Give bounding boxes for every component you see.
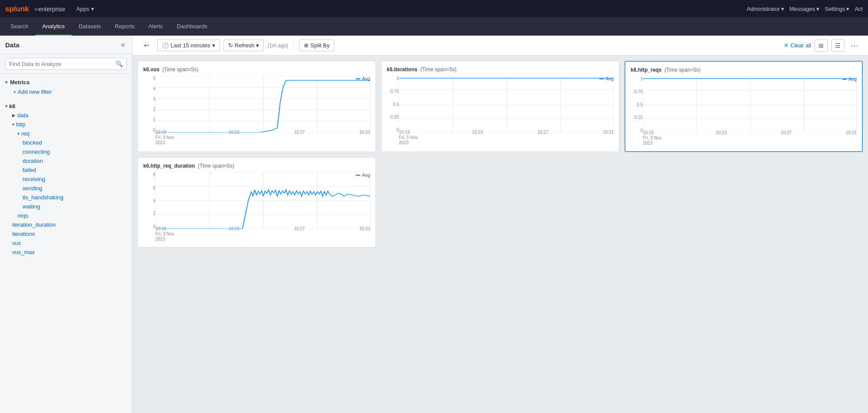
sending-label[interactable]: sending xyxy=(23,185,43,192)
admin-arrow-icon: ▾ xyxy=(781,6,784,12)
tree-item-connecting[interactable]: connecting xyxy=(5,147,127,156)
metrics-label: Metrics xyxy=(10,79,30,86)
tab-analytics[interactable]: Analytics xyxy=(35,17,72,36)
apps-arrow-icon: ▾ xyxy=(91,6,94,12)
messages-menu-button[interactable]: Messages ▾ xyxy=(789,6,819,12)
tree-item-failed[interactable]: failed xyxy=(5,165,127,175)
http-label[interactable]: http xyxy=(16,121,26,128)
tab-datasets[interactable]: Datasets xyxy=(72,17,108,36)
chart-card-vus: k6.vus (Time span=5s) Avg 5 4 3 2 1 0 xyxy=(138,61,376,152)
tls-handshaking-label[interactable]: tls_handshaking xyxy=(23,194,63,201)
svg-text:enterprise: enterprise xyxy=(38,6,65,13)
tab-search[interactable]: Search xyxy=(3,17,35,36)
tree-item-data[interactable]: ▶ data xyxy=(5,111,127,120)
tab-reports[interactable]: Reports xyxy=(108,17,142,36)
more-options-button[interactable]: ⋯ xyxy=(848,40,861,51)
chart-card-http-req-duration: k6.http_req_duration (Time span=5s) Avg … xyxy=(138,157,376,248)
tree-item-iterations[interactable]: iterations xyxy=(5,229,127,238)
tree-item-blocked[interactable]: blocked xyxy=(5,138,127,147)
main-content: ↩ 🕐 Last 15 minutes ▾ ↻ Refresh ▾ (1m ag… xyxy=(132,36,868,413)
top-nav-left: splunk > enterprise Apps ▾ xyxy=(5,4,98,14)
chart-metric-vus: k6.vus xyxy=(143,66,159,73)
vus-max-label[interactable]: vus_max xyxy=(12,249,35,255)
split-by-label: Split By xyxy=(310,42,329,49)
apps-menu-button[interactable]: Apps ▾ xyxy=(73,4,98,14)
waiting-label[interactable]: waiting xyxy=(23,203,40,210)
list-view-button[interactable]: ☰ xyxy=(831,40,845,52)
sidebar-title: Data xyxy=(5,41,20,49)
chart-plot-iterations xyxy=(399,76,614,132)
tree-item-http[interactable]: ▾ http xyxy=(5,120,127,129)
req-label[interactable]: req xyxy=(21,130,30,137)
chart-timespan-http-reqs: (Time span=5s) xyxy=(663,67,701,73)
metrics-header[interactable]: ▾ Metrics xyxy=(5,77,127,87)
tree-item-waiting[interactable]: waiting xyxy=(5,202,127,211)
refresh-icon: ↻ xyxy=(228,42,233,49)
tree-item-vus-max[interactable]: vus_max xyxy=(5,248,127,257)
y-axis-http-req-duration: 8 6 4 2 0 xyxy=(143,172,155,229)
req-chevron-icon: ▾ xyxy=(17,131,20,136)
messages-label: Messages xyxy=(789,6,815,12)
sidebar: Data « 🔍 ▾ Metrics + Add new filter ▾ xyxy=(0,36,132,413)
settings-menu-button[interactable]: Settings ▾ xyxy=(825,6,849,12)
toolbar-right: ✕ Clear all ⊞ ☰ ⋯ xyxy=(784,40,861,52)
find-data-input[interactable] xyxy=(9,61,114,67)
chart-area-vus: Avg 5 4 3 2 1 0 xyxy=(143,76,370,145)
k6-chevron-icon: ▾ xyxy=(5,104,7,109)
tree-item-receiving[interactable]: receiving xyxy=(5,175,127,184)
chart-area-iterations: Avg 1 0.75 0.5 0.25 0 xyxy=(387,76,614,145)
sidebar-header: Data « xyxy=(0,36,132,54)
blocked-label[interactable]: blocked xyxy=(23,139,42,146)
split-by-button[interactable]: ⊕ Split By xyxy=(299,40,334,51)
tree-item-req[interactable]: ▾ req xyxy=(5,129,127,138)
receiving-label[interactable]: receiving xyxy=(23,176,45,182)
y-axis-iterations: 1 0.75 0.5 0.25 0 xyxy=(387,76,399,132)
time-range-button[interactable]: 🕐 Last 15 minutes ▾ xyxy=(157,40,220,51)
chart-grid: k6.vus (Time span=5s) Avg 5 4 3 2 1 0 xyxy=(132,56,868,413)
vus-label[interactable]: vus xyxy=(12,240,21,246)
data-label[interactable]: data xyxy=(17,112,28,119)
settings-label: Settings xyxy=(825,6,845,12)
iteration-duration-label[interactable]: iteration_duration xyxy=(12,221,56,228)
svg-text:>: > xyxy=(34,6,38,13)
add-filter-link[interactable]: + Add new filter xyxy=(5,87,127,96)
toolbar: ↩ 🕐 Last 15 minutes ▾ ↻ Refresh ▾ (1m ag… xyxy=(132,36,868,56)
top-nav-right: Administrator ▾ Messages ▾ Settings ▾ Ac… xyxy=(735,6,863,12)
tree-item-vus[interactable]: vus xyxy=(5,238,127,248)
sidebar-content: ▾ Metrics + Add new filter ▾ k6 ▶ data xyxy=(0,74,132,413)
tree-item-k6[interactable]: ▾ k6 xyxy=(5,102,127,111)
duration-label[interactable]: duration xyxy=(23,158,43,164)
failed-label[interactable]: failed xyxy=(23,167,36,173)
refresh-label: Refresh xyxy=(235,42,255,49)
tree-item-reqs[interactable]: reqs xyxy=(5,211,127,220)
act-label: Act xyxy=(855,6,863,12)
refresh-button[interactable]: ↻ Refresh ▾ xyxy=(224,40,264,51)
clear-icon: ✕ xyxy=(784,42,789,49)
admin-menu-button[interactable]: Administrator ▾ xyxy=(746,6,784,12)
chart-area-http-reqs: Avg 1 0.75 0.5 0.25 0 xyxy=(631,76,857,146)
tree-section: ▾ k6 ▶ data ▾ http ▾ req xyxy=(0,100,132,258)
clock-icon: 🕐 xyxy=(162,42,169,49)
collapse-sidebar-button[interactable]: « xyxy=(119,40,127,50)
tab-dashboards[interactable]: Dashboards xyxy=(170,17,214,36)
tree-item-duration[interactable]: duration xyxy=(5,156,127,165)
status-indicator xyxy=(735,6,741,12)
back-button[interactable]: ↩ xyxy=(139,40,154,51)
connecting-label[interactable]: connecting xyxy=(23,149,50,155)
clear-all-button[interactable]: ✕ Clear all xyxy=(784,42,811,49)
apps-label: Apps xyxy=(76,6,89,12)
tree-item-iteration-duration[interactable]: iteration_duration xyxy=(5,220,127,229)
chart-metric-iterations: k6.iterations xyxy=(387,66,418,73)
tree-item-sending[interactable]: sending xyxy=(5,184,127,193)
grid-view-button[interactable]: ⊞ xyxy=(815,40,828,52)
x-axis-http-reqs: 10:19Fri, 3 Nov2023 10:23 10:27 10:31 xyxy=(643,130,857,146)
k6-label: k6 xyxy=(9,103,15,109)
metrics-chevron-icon: ▾ xyxy=(5,80,7,85)
chart-metric-http-reqs: k6.http_reqs xyxy=(631,67,661,73)
iterations-label[interactable]: iterations xyxy=(12,231,35,237)
reqs-label[interactable]: reqs xyxy=(17,212,28,219)
chart-title-http-reqs: k6.http_reqs (Time span=5s) xyxy=(631,67,857,73)
tab-alerts[interactable]: Alerts xyxy=(141,17,170,36)
tree-item-tls-handshaking[interactable]: tls_handshaking xyxy=(5,193,127,202)
activity-menu-button[interactable]: Act xyxy=(855,6,863,12)
